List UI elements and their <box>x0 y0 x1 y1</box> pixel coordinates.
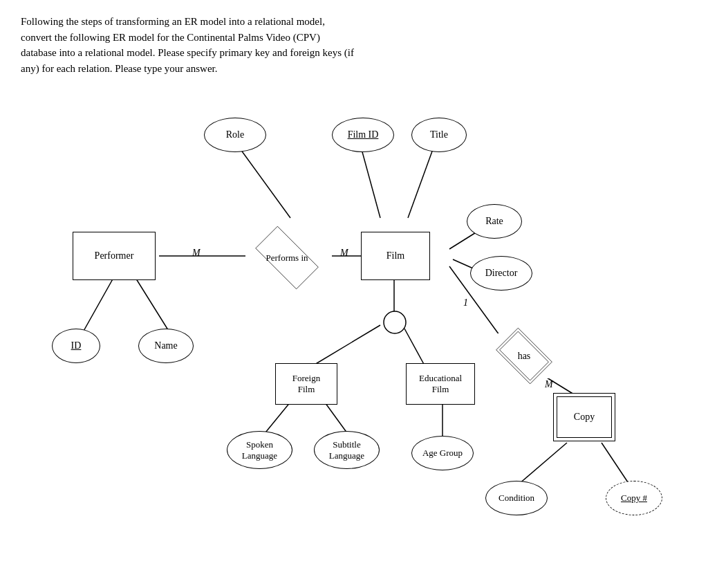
title-node: Title <box>411 118 467 152</box>
agegroup-node: Age Group <box>411 436 474 470</box>
label-1: 1 <box>463 297 468 309</box>
svg-line-7 <box>83 277 114 332</box>
svg-line-18 <box>602 443 629 484</box>
spokenlanguage-node: Spoken Language <box>227 431 292 469</box>
er-diagram: Role Film ID Title Rate Director Perform… <box>21 97 684 540</box>
educationalfilm-node: Educational Film <box>406 363 475 405</box>
label-m2: M <box>340 248 348 259</box>
svg-line-0 <box>235 142 290 218</box>
description: Following the steps of transforming an E… <box>21 14 505 76</box>
svg-point-19 <box>384 311 406 333</box>
has-node: has <box>490 333 559 378</box>
role-node: Role <box>204 118 266 152</box>
svg-line-10 <box>311 325 380 367</box>
label-m3: M <box>545 379 553 390</box>
filmid-node: Film ID <box>332 118 394 152</box>
subtitlelanguage-node: Subtitle Language <box>314 431 380 469</box>
rate-node: Rate <box>467 204 522 239</box>
svg-line-8 <box>135 277 169 332</box>
svg-line-2 <box>408 142 436 218</box>
svg-line-11 <box>404 329 425 367</box>
id-node: ID <box>52 329 100 363</box>
label-m1: M <box>192 248 201 259</box>
director-node: Director <box>470 256 532 291</box>
svg-line-3 <box>449 232 477 249</box>
foreignfilm-node: Foreign Film <box>275 363 337 405</box>
film-node: Film <box>361 232 430 280</box>
name-node: Name <box>138 329 194 363</box>
copyhash-node: Copy # <box>606 481 662 515</box>
condition-node: Condition <box>485 481 548 515</box>
performsin-node: Performs in <box>245 235 328 280</box>
svg-line-17 <box>519 443 567 484</box>
svg-line-1 <box>360 142 380 218</box>
performer-node: Performer <box>73 232 156 280</box>
copy-node: Copy <box>553 393 615 441</box>
